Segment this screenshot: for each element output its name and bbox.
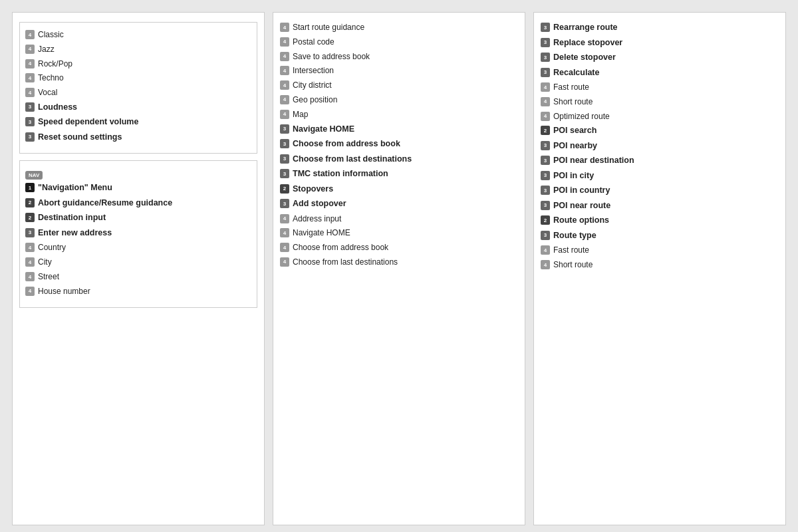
item-label: Add stopover: [293, 198, 346, 210]
list-item: 2POI search: [541, 125, 779, 137]
item-label: Loudness: [38, 102, 77, 114]
list-item: 3POI near route: [541, 200, 779, 212]
level-badge: 4: [280, 37, 289, 47]
list-item: 4Postal code: [280, 37, 518, 48]
item-label: Country: [38, 242, 66, 253]
item-label: TMC station information: [293, 168, 388, 180]
level-badge: 4: [280, 110, 289, 119]
list-item: 4Rock/Pop: [25, 59, 251, 70]
list-item: 3Reset sound settings: [25, 132, 251, 144]
level-badge: 4: [541, 245, 550, 255]
level-badge: 3: [541, 171, 550, 180]
list-item: 3Choose from last destinations: [280, 154, 518, 166]
list-item: 3Delete stopover: [541, 52, 779, 64]
item-label: Reset sound settings: [38, 132, 122, 144]
item-label: Navigate HOME: [293, 227, 350, 239]
level-badge: 4: [280, 257, 289, 267]
level-badge: 4: [25, 243, 35, 252]
level-badge: 4: [280, 66, 289, 75]
level-badge: 3: [541, 141, 550, 150]
item-label: House number: [38, 286, 90, 297]
item-label: Vocal: [38, 87, 57, 98]
item-label: Choose from last destinations: [293, 154, 412, 166]
item-label: POI in city: [553, 170, 594, 182]
list-item: 4Fast route: [541, 245, 779, 256]
list-item: 4Short route: [541, 96, 779, 108]
column-2: 4Start route guidance4Postal code4Save t…: [273, 12, 525, 525]
level-badge: 2: [25, 213, 35, 222]
level-badge: 4: [25, 257, 35, 267]
list-item: 3Replace stopover: [541, 37, 779, 49]
list-item: 2Abort guidance/Resume guidance: [25, 198, 251, 209]
list-item: 4Country: [25, 242, 251, 253]
level-badge: 3: [541, 23, 550, 32]
list-item: 4Address input: [280, 213, 518, 225]
item-label: Choose from last destinations: [293, 257, 398, 268]
level-badge: 4: [25, 272, 35, 281]
level-badge: 4: [280, 52, 289, 61]
item-label: Save to address book: [293, 51, 370, 63]
list-item: 4City: [25, 257, 251, 268]
item-label: Start route guidance: [293, 22, 364, 33]
list-item: 3Add stopover: [280, 198, 518, 210]
list-item: 4Jazz: [25, 44, 251, 55]
level-badge: 3: [25, 228, 35, 237]
level-badge: 4: [541, 82, 550, 92]
item-label: Optimized route: [553, 111, 610, 122]
item-label: Choose from address book: [293, 242, 388, 253]
list-item: 3Choose from address book: [280, 138, 518, 150]
col1-top-section: 4Classic4Jazz4Rock/Pop4Techno4Vocal3Loud…: [19, 22, 257, 154]
page-wrapper: 4Classic4Jazz4Rock/Pop4Techno4Vocal3Loud…: [0, 0, 798, 525]
level-badge: 4: [280, 228, 289, 237]
item-label: Map: [293, 109, 308, 120]
level-badge: 4: [541, 260, 550, 269]
list-item: 3Recalculate: [541, 67, 779, 79]
page-number: [0, 525, 798, 532]
level-badge: 3: [541, 186, 550, 195]
level-badge: 4: [25, 88, 35, 97]
list-item: 4Navigate HOME: [280, 227, 518, 239]
list-item: 2Destination input: [25, 212, 251, 224]
nav-title-item: 1 "Navigation" Menu: [25, 182, 251, 194]
list-item: 4Techno: [25, 72, 251, 84]
list-item: 4Choose from last destinations: [280, 257, 518, 268]
item-label: Rock/Pop: [38, 59, 72, 70]
col1-plain-items: 4Classic4Jazz4Rock/Pop4Techno4Vocal3Loud…: [25, 29, 251, 143]
level-badge: 3: [280, 124, 289, 134]
list-item: 4Geo position: [280, 94, 518, 106]
item-label: Recalculate: [553, 67, 599, 79]
item-label: Fast route: [553, 82, 589, 93]
level-badge: 4: [280, 214, 289, 223]
item-label: Techno: [38, 72, 64, 84]
item-label: Route options: [553, 215, 609, 227]
level-badge: 4: [25, 59, 35, 68]
item-label: Choose from address book: [293, 138, 400, 150]
list-item: 3Speed dependent volume: [25, 116, 251, 128]
list-item: 4Street: [25, 271, 251, 283]
list-item: 3POI in country: [541, 185, 779, 197]
level-badge: 3: [280, 199, 289, 208]
item-label: POI in country: [553, 185, 610, 197]
item-label: Stopovers: [293, 184, 333, 196]
item-label: POI near destination: [553, 155, 634, 167]
col1-nav-section: NAV 1 "Navigation" Menu 2Abort guidance/…: [19, 160, 257, 307]
level-badge: 4: [541, 97, 550, 106]
item-label: Rearrange route: [553, 22, 618, 34]
column-3: 3Rearrange route3Replace stopover3Delete…: [533, 12, 786, 525]
nav-title-badge: 1: [25, 183, 35, 192]
item-label: Geo position: [293, 94, 337, 106]
item-label: Jazz: [38, 44, 55, 55]
level-badge: 4: [25, 45, 35, 54]
list-item: 4Choose from address book: [280, 242, 518, 253]
level-badge: 3: [541, 38, 550, 47]
item-label: POI near route: [553, 200, 610, 212]
level-badge: 3: [280, 154, 289, 164]
level-badge: 3: [541, 68, 550, 77]
item-label: Postal code: [293, 37, 334, 48]
list-item: 4Short route: [541, 259, 779, 271]
list-item: 3TMC station information: [280, 168, 518, 180]
level-badge: 2: [280, 184, 289, 194]
list-item: 4Save to address book: [280, 51, 518, 63]
level-badge: 3: [280, 139, 289, 148]
item-label: City district: [293, 80, 332, 91]
